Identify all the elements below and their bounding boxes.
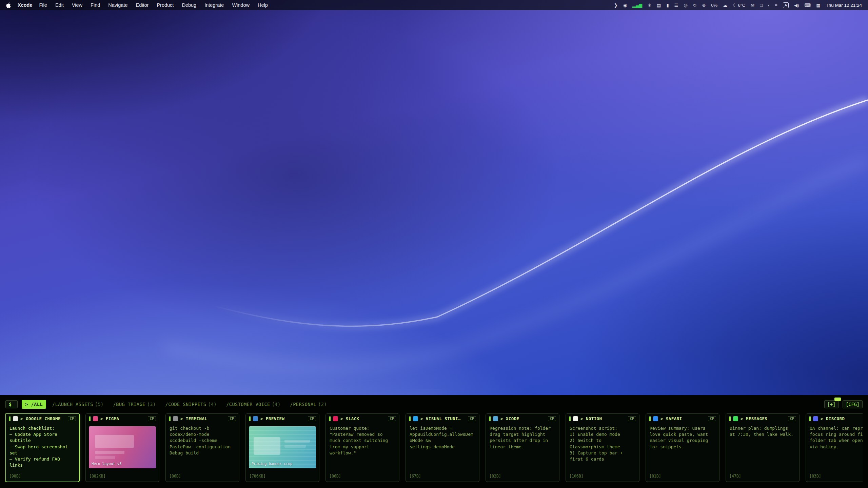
menu-product[interactable]: Product [157, 2, 174, 8]
card-header: > NOTION CP [566, 414, 639, 423]
copy-button[interactable]: CP [548, 416, 556, 421]
panel-controls: [+] [CFG] [824, 400, 863, 408]
bell-icon[interactable]: ◎ [684, 3, 687, 8]
card-body: git checkout -b codex/demo-mode xcodebui… [166, 423, 239, 472]
filter-tab-customer-voice[interactable]: /CUSTOMER VOICE(4) [223, 400, 284, 409]
menu-editor[interactable]: Editor [136, 2, 149, 8]
filter-tab-bug-triage[interactable]: /BUG TRIAGE(3) [110, 400, 159, 409]
github-icon[interactable]: ◉ [623, 3, 627, 8]
menu-debug[interactable]: Debug [182, 2, 196, 8]
card-header: > TERMINAL CP [166, 414, 239, 423]
battery-icon[interactable]: ▮ [666, 3, 669, 8]
clipboard-card-terminal[interactable]: > TERMINAL CP git checkout -b codex/demo… [165, 413, 239, 482]
menu-window[interactable]: Window [232, 2, 250, 8]
copy-button[interactable]: CP [388, 416, 396, 421]
paw-icon[interactable]: ✳ [648, 3, 651, 8]
volume-icon[interactable]: ◀) [794, 3, 799, 8]
active-app-name[interactable]: Xcode [18, 2, 33, 8]
card-size: [106B] [566, 472, 639, 482]
copy-button[interactable]: CP [148, 416, 156, 421]
config-button[interactable]: [CFG] [843, 400, 863, 408]
add-button-wrap: [+] [824, 400, 839, 408]
cloud-icon[interactable]: ☁ [723, 3, 727, 8]
card-app-title: > DISCORD [821, 416, 845, 421]
clipboard-card-discord[interactable]: > DISCORD CP QA channel: can repro focus… [806, 413, 863, 482]
slack-icon [333, 416, 338, 421]
copy-button[interactable]: CP [308, 416, 316, 421]
clipboard-card-safari[interactable]: > SAFARI CP Review summary: users love q… [646, 413, 719, 482]
card-header: > GOOGLE CHROME CP [6, 414, 79, 423]
filter-tab-code-snippets[interactable]: /CODE SNIPPETS(4) [162, 400, 220, 409]
clipboard-card-figma[interactable]: > FIGMA CP Hero layout v3 [882KB] [85, 413, 159, 482]
display-icon[interactable]: □ [760, 3, 763, 8]
clipboard-card-xcode[interactable]: > XCODE CP Regression note: folder drag … [486, 413, 559, 482]
list-icon[interactable]: ☰ [674, 3, 678, 8]
clipboard-card-slack[interactable]: > SLACK CP Customer quote: "PastePaw rem… [326, 413, 399, 482]
network-icon[interactable]: ⊕ [702, 3, 706, 8]
activity-bars-icon[interactable]: ▂▄▆ [632, 3, 642, 8]
card-body: Dinner plan: dumplings at 7:30, then lak… [726, 423, 799, 472]
card-header: > DISCORD CP [806, 414, 863, 423]
archive-icon[interactable]: ▤ [657, 3, 661, 8]
card-header: > MESSAGES CP [726, 414, 799, 423]
xcode-icon [493, 416, 498, 421]
menu-edit[interactable]: Edit [55, 2, 64, 8]
menu-find[interactable]: Find [91, 2, 100, 8]
card-app-title: > MESSAGES [741, 416, 767, 421]
control-center-icon[interactable]: ▦ [816, 3, 820, 8]
safari-icon [653, 416, 658, 421]
weather[interactable]: ☾ 6°C [733, 3, 745, 8]
chat-icon[interactable]: ✉ [751, 3, 754, 8]
clipboard-card-messages[interactable]: > MESSAGES CP Dinner plan: dumplings at … [726, 413, 800, 482]
card-body: Launch checklist: – Update App Store sub… [6, 423, 79, 472]
clipboard-card-notion[interactable]: > NOTION CP Screenshot script: 1) Enable… [566, 413, 639, 482]
messages-icon [733, 416, 738, 421]
card-size: [81B] [646, 472, 719, 482]
add-snippet-button[interactable]: [+] [824, 400, 839, 408]
card-app-title: > PREVIEW [260, 416, 284, 421]
cursor-indicator [489, 416, 491, 421]
card-body: Review summary: users love quick paste, … [646, 423, 719, 472]
card-app-title: > TERMINAL [180, 416, 207, 421]
filter-tab-all[interactable]: > /ALL [22, 400, 46, 409]
copy-button[interactable]: CP [228, 416, 236, 421]
card-header: > FIGMA CP [86, 414, 159, 423]
copy-button[interactable]: CP [68, 416, 76, 421]
menu-integrate[interactable]: Integrate [204, 2, 224, 8]
card-app-title: > FIGMA [100, 416, 119, 421]
sync-icon[interactable]: ↻ [693, 3, 697, 8]
cursor-indicator [169, 416, 171, 421]
thumbnail-caption: Pricing banner crop [252, 461, 292, 466]
grid-icon[interactable]: ⌗ [775, 2, 777, 8]
menu-navigate[interactable]: Navigate [108, 2, 127, 8]
keyboard-icon[interactable]: ⌨ [804, 3, 811, 8]
copy-button[interactable]: CP [788, 416, 796, 421]
chrome-icon [13, 416, 18, 421]
card-body: Customer quote: "PastePaw removed so muc… [326, 423, 399, 472]
chevron-left-icon[interactable]: ‹ [768, 3, 769, 8]
input-source-indicator[interactable]: A [783, 2, 789, 8]
copy-button[interactable]: CP [468, 416, 476, 421]
filter-tab-count: (4) [208, 402, 217, 407]
menu-view[interactable]: View [72, 2, 82, 8]
clipboard-card-preview[interactable]: > PREVIEW CP Pricing banner crop [786KB] [245, 413, 319, 482]
terminal-icon [173, 416, 178, 421]
card-body: let isDemoMode = AppBuildConfig.allowsDe… [406, 423, 479, 472]
terminal-prompt-icon[interactable]: ❯ [614, 3, 618, 8]
thumbnail-mock-shape [284, 440, 310, 443]
clipboard-card-visual-studio[interactable]: > VISUAL STUDI… CP let isDemoMode = AppB… [406, 413, 479, 482]
clipboard-card-chrome[interactable]: > GOOGLE CHROME CP Launch checklist: – U… [5, 413, 79, 482]
clock[interactable]: Thu Mar 12 21:24 [826, 3, 862, 8]
card-size: [882KB] [86, 472, 159, 482]
apple-menu-icon[interactable] [6, 2, 11, 8]
prompt-label: $_ [5, 400, 18, 408]
menu-file[interactable]: File [39, 2, 47, 8]
filter-tab-launch-assets[interactable]: /LAUNCH ASSETS(5) [49, 400, 107, 409]
copy-button[interactable]: CP [708, 416, 716, 421]
cpu-usage[interactable]: 0% [711, 3, 717, 8]
copy-button[interactable]: CP [628, 416, 636, 421]
menu-help[interactable]: Help [258, 2, 268, 8]
card-size: [47B] [726, 472, 799, 482]
card-body: Screenshot script: 1) Enable demo mode 2… [566, 423, 639, 472]
filter-tab-personal[interactable]: /PERSONAL(2) [287, 400, 331, 409]
